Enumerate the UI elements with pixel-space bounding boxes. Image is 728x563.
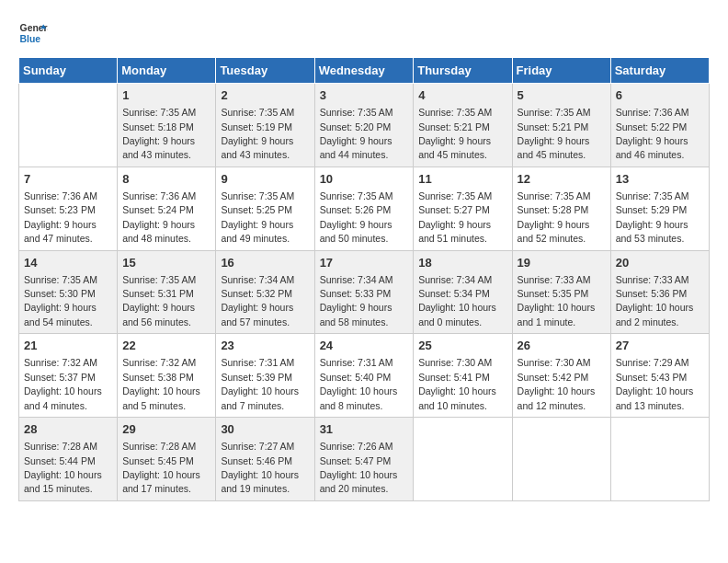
day-daylight: Daylight: 10 hours and 13 minutes. <box>616 385 694 410</box>
day-sunset: Sunset: 5:33 PM <box>320 288 392 299</box>
day-sunset: Sunset: 5:35 PM <box>518 288 589 299</box>
day-daylight: Daylight: 9 hours and 57 minutes. <box>221 302 293 327</box>
day-number: 6 <box>616 87 704 104</box>
day-daylight: Daylight: 10 hours and 7 minutes. <box>221 385 299 410</box>
day-cell: 21Sunrise: 7:32 AMSunset: 5:37 PMDayligh… <box>19 334 118 418</box>
day-daylight: Daylight: 9 hours and 47 minutes. <box>24 219 97 244</box>
day-daylight: Daylight: 10 hours and 12 minutes. <box>518 385 596 410</box>
day-number: 28 <box>24 421 112 438</box>
day-cell <box>610 418 709 501</box>
day-cell: 19Sunrise: 7:33 AMSunset: 5:35 PMDayligh… <box>512 250 610 334</box>
day-sunrise: Sunrise: 7:34 AM <box>320 274 393 285</box>
day-sunset: Sunset: 5:28 PM <box>518 204 589 215</box>
week-row-5: 28Sunrise: 7:28 AMSunset: 5:44 PMDayligh… <box>19 418 710 501</box>
day-sunset: Sunset: 5:44 PM <box>24 455 96 466</box>
day-daylight: Daylight: 10 hours and 1 minute. <box>518 302 596 327</box>
day-sunset: Sunset: 5:41 PM <box>418 372 490 383</box>
day-cell: 4Sunrise: 7:35 AMSunset: 5:21 PMDaylight… <box>414 84 512 167</box>
day-sunset: Sunset: 5:32 PM <box>221 288 292 299</box>
calendar-body: 1Sunrise: 7:35 AMSunset: 5:18 PMDaylight… <box>19 84 710 501</box>
day-sunrise: Sunrise: 7:30 AM <box>518 357 591 368</box>
day-cell: 29Sunrise: 7:28 AMSunset: 5:45 PMDayligh… <box>118 418 216 501</box>
day-cell: 6Sunrise: 7:36 AMSunset: 5:22 PMDaylight… <box>610 84 709 167</box>
day-sunrise: Sunrise: 7:35 AM <box>320 107 393 118</box>
weekday-header-tuesday: Tuesday <box>216 58 314 84</box>
day-number: 14 <box>24 255 112 271</box>
weekday-header-monday: Monday <box>118 58 216 84</box>
day-daylight: Daylight: 9 hours and 52 minutes. <box>518 219 590 244</box>
day-sunrise: Sunrise: 7:32 AM <box>122 357 196 368</box>
day-sunrise: Sunrise: 7:35 AM <box>221 190 294 201</box>
day-cell: 22Sunrise: 7:32 AMSunset: 5:38 PMDayligh… <box>118 334 216 418</box>
day-number: 27 <box>616 338 704 354</box>
day-number: 29 <box>122 421 210 438</box>
weekday-header-friday: Friday <box>512 58 610 84</box>
day-daylight: Daylight: 9 hours and 53 minutes. <box>616 219 688 244</box>
day-cell: 3Sunrise: 7:35 AMSunset: 5:20 PMDaylight… <box>314 84 414 167</box>
day-sunrise: Sunrise: 7:33 AM <box>616 274 689 285</box>
day-sunset: Sunset: 5:45 PM <box>122 455 194 466</box>
day-cell: 31Sunrise: 7:26 AMSunset: 5:47 PMDayligh… <box>314 418 414 501</box>
day-sunset: Sunset: 5:20 PM <box>320 121 392 132</box>
day-sunrise: Sunrise: 7:26 AM <box>320 441 393 452</box>
weekday-header-sunday: Sunday <box>19 58 118 84</box>
day-sunrise: Sunrise: 7:35 AM <box>24 274 97 285</box>
day-sunset: Sunset: 5:36 PM <box>616 288 688 299</box>
day-sunrise: Sunrise: 7:28 AM <box>24 441 97 452</box>
day-number: 21 <box>24 338 112 354</box>
day-sunrise: Sunrise: 7:36 AM <box>122 190 196 201</box>
logo-icon: General Blue <box>18 18 48 48</box>
day-number: 24 <box>320 338 409 354</box>
weekday-header-saturday: Saturday <box>610 58 709 84</box>
day-number: 25 <box>418 338 506 354</box>
day-cell: 24Sunrise: 7:31 AMSunset: 5:40 PMDayligh… <box>314 334 414 418</box>
day-cell <box>19 84 118 167</box>
day-sunset: Sunset: 5:46 PM <box>221 455 292 466</box>
day-number: 22 <box>122 338 210 354</box>
day-sunrise: Sunrise: 7:35 AM <box>418 107 492 118</box>
day-cell: 7Sunrise: 7:36 AMSunset: 5:23 PMDaylight… <box>19 167 118 250</box>
day-cell: 9Sunrise: 7:35 AMSunset: 5:25 PMDaylight… <box>216 167 314 250</box>
calendar-header: SundayMondayTuesdayWednesdayThursdayFrid… <box>19 58 710 84</box>
day-sunset: Sunset: 5:19 PM <box>221 121 292 132</box>
day-sunset: Sunset: 5:31 PM <box>122 288 194 299</box>
day-daylight: Daylight: 10 hours and 2 minutes. <box>616 302 694 327</box>
day-sunrise: Sunrise: 7:35 AM <box>418 190 492 201</box>
day-sunrise: Sunrise: 7:35 AM <box>616 190 689 201</box>
day-daylight: Daylight: 9 hours and 58 minutes. <box>320 302 392 327</box>
day-sunrise: Sunrise: 7:32 AM <box>24 357 97 368</box>
day-number: 12 <box>518 171 606 188</box>
logo: General Blue <box>18 18 48 48</box>
day-number: 11 <box>418 171 506 188</box>
day-sunrise: Sunrise: 7:31 AM <box>221 357 294 368</box>
day-cell: 17Sunrise: 7:34 AMSunset: 5:33 PMDayligh… <box>314 250 414 334</box>
day-cell: 10Sunrise: 7:35 AMSunset: 5:26 PMDayligh… <box>314 167 414 250</box>
day-daylight: Daylight: 10 hours and 5 minutes. <box>122 385 200 410</box>
day-sunrise: Sunrise: 7:28 AM <box>122 441 196 452</box>
day-number: 17 <box>320 255 409 271</box>
day-daylight: Daylight: 10 hours and 0 minutes. <box>418 302 496 327</box>
day-cell: 1Sunrise: 7:35 AMSunset: 5:18 PMDaylight… <box>118 84 216 167</box>
day-cell: 30Sunrise: 7:27 AMSunset: 5:46 PMDayligh… <box>216 418 314 501</box>
day-cell: 14Sunrise: 7:35 AMSunset: 5:30 PMDayligh… <box>19 250 118 334</box>
day-sunrise: Sunrise: 7:35 AM <box>518 107 591 118</box>
day-daylight: Daylight: 9 hours and 51 minutes. <box>418 219 491 244</box>
day-daylight: Daylight: 10 hours and 20 minutes. <box>320 469 398 494</box>
day-cell <box>512 418 610 501</box>
day-number: 20 <box>616 255 704 271</box>
day-daylight: Daylight: 9 hours and 48 minutes. <box>122 219 195 244</box>
day-cell: 16Sunrise: 7:34 AMSunset: 5:32 PMDayligh… <box>216 250 314 334</box>
day-sunset: Sunset: 5:40 PM <box>320 372 392 383</box>
day-number: 4 <box>418 87 506 104</box>
day-daylight: Daylight: 9 hours and 49 minutes. <box>221 219 293 244</box>
day-cell <box>414 418 512 501</box>
day-sunrise: Sunrise: 7:36 AM <box>24 190 97 201</box>
week-row-4: 21Sunrise: 7:32 AMSunset: 5:37 PMDayligh… <box>19 334 710 418</box>
calendar-table: SundayMondayTuesdayWednesdayThursdayFrid… <box>18 57 710 501</box>
header: General Blue <box>18 18 710 48</box>
day-sunrise: Sunrise: 7:35 AM <box>122 107 196 118</box>
day-daylight: Daylight: 10 hours and 8 minutes. <box>320 385 398 410</box>
day-sunset: Sunset: 5:21 PM <box>518 121 589 132</box>
day-cell: 13Sunrise: 7:35 AMSunset: 5:29 PMDayligh… <box>610 167 709 250</box>
day-daylight: Daylight: 9 hours and 56 minutes. <box>122 302 195 327</box>
